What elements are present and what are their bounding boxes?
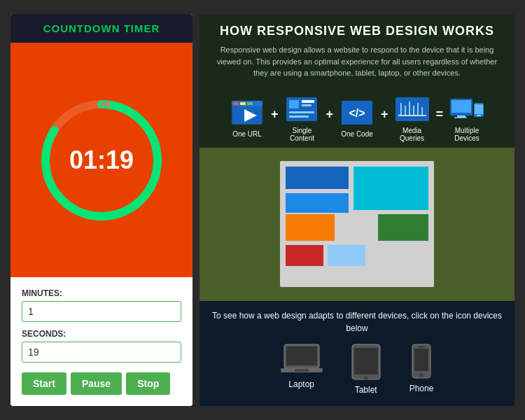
svg-text:</>: </> [349, 107, 365, 119]
grid-block-green [378, 214, 428, 241]
svg-rect-7 [247, 102, 253, 105]
svg-rect-42 [418, 346, 425, 348]
icons-row: One URL + SingleContent + [200, 85, 514, 148]
equals-sign: = [436, 107, 444, 122]
info-title: HOW RESPONSIVE WEB DESIGN WORKS [211, 24, 503, 38]
device-laptop[interactable]: Laptop [281, 343, 323, 395]
timer-circle: 01:19 [35, 94, 168, 227]
icon-media-queries: MediaQueries [394, 94, 430, 142]
device-icons-row: Laptop Tablet [211, 343, 503, 395]
media-icon-box [394, 94, 430, 124]
layout-grid [280, 161, 434, 287]
icon-single-content: SingleContent [284, 94, 320, 142]
laptop-icon [281, 343, 323, 375]
timer-time-display: 01:19 [69, 146, 134, 175]
content-label: SingleContent [290, 127, 314, 142]
phone-icon [411, 343, 432, 379]
tablet-icon [351, 343, 382, 381]
svg-rect-13 [289, 111, 314, 113]
svg-rect-11 [302, 100, 314, 103]
pause-button[interactable]: Pause [71, 372, 122, 395]
content-icon-box [284, 94, 320, 124]
url-label: One URL [232, 130, 262, 138]
grid-block-blue-top [286, 167, 349, 189]
grid-block-orange [286, 214, 335, 241]
grid-block-light-blue [328, 245, 365, 266]
code-icon-box: </> [339, 98, 375, 127]
svg-rect-12 [302, 104, 312, 106]
media-label: MediaQueries [400, 127, 424, 142]
timer-panel: COUNTDOWN TIMER 01:19 MINUTES: SECONDS: … [10, 14, 192, 406]
plus-1: + [271, 107, 279, 122]
url-icon-box [229, 98, 265, 127]
minutes-label: MINUTES: [22, 288, 181, 298]
device-tablet[interactable]: Tablet [351, 343, 382, 395]
seconds-label: SECONDS: [22, 329, 181, 339]
phone-label: Phone [410, 384, 434, 393]
main-container: COUNTDOWN TIMER 01:19 MINUTES: SECONDS: … [10, 14, 514, 406]
icon-one-code: </> One Code [339, 98, 375, 138]
grid-block-cyan [354, 167, 428, 210]
svg-rect-30 [475, 104, 483, 114]
svg-rect-6 [240, 102, 246, 105]
info-header: HOW RESPONSIVE WEB DESIGN WORKS Responsi… [200, 14, 514, 85]
timer-title: COUNTDOWN TIMER [19, 22, 184, 34]
minutes-input[interactable] [22, 301, 181, 322]
info-description: Responsive web design allows a website t… [211, 44, 503, 79]
start-button[interactable]: Start [22, 372, 66, 395]
svg-rect-10 [289, 100, 299, 108]
device-phone[interactable]: Phone [410, 343, 434, 395]
bottom-text: To see how a web design adapts to differ… [211, 309, 503, 335]
stop-button[interactable]: Stop [126, 372, 170, 395]
media-icon [394, 96, 430, 122]
plus-2: + [326, 107, 333, 122]
url-icon [230, 99, 264, 126]
timer-buttons: Start Pause Stop [22, 372, 181, 395]
seconds-input[interactable] [22, 342, 181, 363]
devices-label: MultipleDevices [454, 127, 479, 142]
svg-rect-5 [233, 102, 239, 105]
svg-rect-14 [289, 115, 309, 118]
grid-block-blue-mid [286, 193, 349, 213]
plus-3: + [381, 107, 388, 122]
laptop-label: Laptop [288, 379, 314, 389]
code-icon: </> [340, 99, 374, 126]
svg-rect-37 [354, 348, 378, 374]
svg-point-41 [419, 373, 424, 377]
svg-rect-31 [477, 115, 481, 116]
content-icon [285, 96, 318, 122]
svg-rect-35 [295, 369, 309, 372]
icon-multiple-devices: MultipleDevices [449, 94, 485, 142]
icon-one-url: One URL [229, 98, 265, 138]
timer-header: COUNTDOWN TIMER [10, 14, 192, 43]
grid-block-red [286, 245, 323, 266]
bottom-section: To see how a web design adapts to differ… [200, 301, 514, 406]
devices-icon [449, 96, 485, 122]
layout-section [200, 148, 514, 302]
info-panel: HOW RESPONSIVE WEB DESIGN WORKS Responsi… [200, 14, 514, 406]
svg-point-38 [364, 376, 368, 380]
svg-rect-26 [451, 100, 471, 113]
code-label: One Code [341, 130, 373, 138]
svg-rect-33 [286, 346, 317, 365]
svg-rect-40 [414, 349, 428, 371]
devices-icon-box [449, 94, 485, 124]
timer-display-area: 01:19 [10, 43, 192, 277]
timer-controls: MINUTES: SECONDS: Start Pause Stop [10, 277, 192, 406]
tablet-label: Tablet [355, 385, 377, 395]
